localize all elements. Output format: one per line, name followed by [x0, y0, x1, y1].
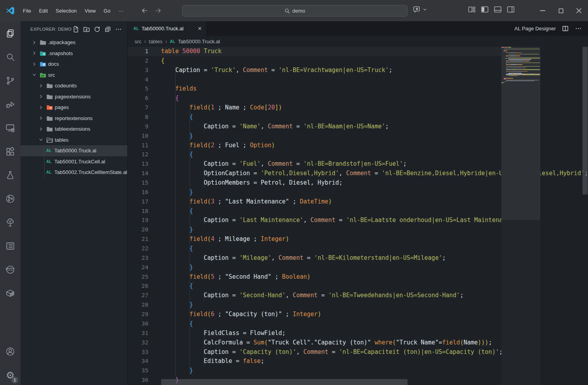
activity-remote-explorer-icon[interactable] [0, 118, 20, 138]
toggle-panel-icon[interactable] [493, 5, 502, 14]
code-text: { [161, 56, 165, 66]
tree-file-tab50001-truckcell-al[interactable]: ALTab50001.TruckCell.al [20, 156, 127, 167]
minimap-line [501, 66, 540, 67]
command-center-search[interactable]: demo [182, 5, 408, 17]
chevron-right-icon[interactable] [31, 62, 38, 67]
chevron-right-icon[interactable] [31, 51, 38, 56]
menu-file[interactable]: File [19, 5, 35, 17]
activity-al-ninja-icon[interactable] [0, 260, 20, 279]
toggle-primary-sidebar-icon[interactable] [480, 5, 489, 14]
refresh-icon[interactable] [94, 26, 100, 33]
chevron-down-icon[interactable] [31, 72, 38, 77]
tree-folder-docs[interactable]: docs [20, 59, 127, 70]
tab-close-icon[interactable]: ✕ [198, 26, 202, 31]
tree-folder-codeunits[interactable]: codeunits [20, 80, 127, 91]
line-number: 36 [128, 376, 149, 385]
code-text: } [161, 366, 193, 376]
activity-container-tools-icon[interactable] [0, 283, 20, 303]
code-text: } [161, 188, 193, 197]
line-number: 1 [128, 47, 149, 56]
explorer-sidebar: EXPLORER: DEMO .alpackages.snapshotsdocs… [20, 21, 128, 385]
activity-run-debug-icon[interactable] [0, 94, 20, 114]
forward-arrow-icon[interactable] [154, 7, 162, 15]
split-editor-icon[interactable] [562, 25, 569, 32]
activity-testing-icon[interactable] [0, 165, 20, 185]
minimap[interactable] [501, 47, 540, 385]
activity-settings-icon[interactable]: ⚙1 [0, 365, 20, 385]
tab-tab50000-truck[interactable]: AL Tab50000.Truck.al ✕ [128, 21, 206, 36]
code-text: CalcFormula = Sum("Truck Cell"."Capacity… [161, 338, 492, 348]
chevron-right-icon[interactable] [31, 40, 38, 45]
breadcrumb-src[interactable]: src [135, 39, 141, 44]
vertical-scrollbar[interactable] [582, 47, 588, 194]
folder-teal-icon [38, 50, 47, 57]
tree-folder-src[interactable]: src [20, 70, 127, 81]
horizontal-scrollbar[interactable] [161, 379, 408, 385]
activity-search-icon[interactable] [0, 47, 20, 67]
menu-more[interactable]: ··· [114, 5, 127, 17]
minimize-button[interactable] [534, 0, 552, 21]
code-text: Caption = 'Capacity (ton)', Comment = 'n… [161, 348, 503, 357]
menu-selection[interactable]: Selection [52, 5, 80, 17]
activity-extensions-icon[interactable] [0, 142, 20, 161]
chevron-right-icon[interactable] [37, 83, 45, 88]
tree-indent-guide [44, 145, 45, 178]
tree-item-label: .alpackages [48, 39, 75, 45]
activity-approvals-tree-icon[interactable] [0, 213, 20, 232]
line-number: 9 [128, 122, 149, 131]
activity-al-object-designer-icon[interactable] [0, 189, 20, 209]
line-number: 27 [128, 291, 149, 300]
new-file-icon[interactable] [73, 26, 79, 33]
new-folder-icon[interactable] [83, 26, 90, 33]
line-number: 16 [128, 188, 149, 197]
customize-layout-icon[interactable] [467, 5, 476, 14]
file-tree: .alpackages.snapshotsdocssrccodeunitspag… [20, 37, 127, 178]
activity-explorer-icon[interactable] [0, 24, 20, 43]
chevron-right-icon[interactable] [37, 127, 45, 131]
tree-file-tab50000-truck-al[interactable]: ALTab50000.Truck.al [20, 145, 127, 156]
maximize-button[interactable] [552, 0, 570, 21]
tree-folder-tables[interactable]: tables [20, 135, 127, 146]
indent-guide [204, 216, 204, 225]
code-text: Caption = 'Fuel', Comment = 'nl-BE=Brand… [161, 159, 407, 169]
tree-folder--alpackages[interactable]: .alpackages [20, 37, 127, 48]
menu-edit[interactable]: Edit [35, 5, 52, 17]
line-number: 32 [128, 338, 149, 348]
chevron-right-icon[interactable] [37, 105, 45, 110]
code-text: { [161, 207, 193, 216]
collapse-all-icon[interactable] [104, 26, 111, 33]
menu-view[interactable]: View [81, 5, 100, 17]
copilot-button[interactable] [412, 5, 427, 14]
code-text: { [161, 94, 179, 103]
folder-open-icon [45, 137, 54, 143]
breadcrumb-file[interactable]: Tab50000.Truck.al [178, 39, 220, 44]
chevron-down-icon[interactable] [37, 137, 45, 142]
folder-green-icon [38, 72, 47, 78]
activity-todo-list-icon[interactable] [0, 236, 20, 256]
toggle-secondary-sidebar-icon[interactable] [506, 5, 515, 14]
code-editor[interactable]: 1table 50000 Truck2{3 Caption = 'Truck',… [128, 47, 588, 385]
line-number: 33 [128, 348, 149, 357]
activity-account-icon[interactable] [0, 342, 20, 361]
al-page-designer-button[interactable]: AL Page Designer [514, 26, 556, 31]
back-arrow-icon[interactable] [141, 7, 149, 15]
close-button[interactable] [570, 0, 588, 21]
more-actions-icon[interactable] [115, 26, 122, 33]
code-text: { [161, 244, 193, 254]
tree-file-tab50002-truckcellitemstate-al[interactable]: ALTab50002.TruckCellItemState.al [20, 167, 127, 178]
tree-folder-pageextensions[interactable]: pageextensions [20, 91, 127, 102]
al-file-icon: AL [44, 170, 54, 174]
chevron-right-icon: › [144, 38, 146, 44]
breadcrumb-tables[interactable]: tables [149, 39, 163, 44]
line-number: 2 [128, 56, 149, 66]
tree-folder-pages[interactable]: pages [20, 102, 127, 113]
chevron-right-icon[interactable] [37, 116, 45, 120]
tree-folder--snapshots[interactable]: .snapshots [20, 48, 127, 59]
line-number: 28 [128, 300, 149, 310]
activity-source-control-icon[interactable] [0, 71, 20, 91]
tree-folder-reportextensions[interactable]: reportextensions [20, 113, 127, 124]
tree-folder-tableextensions[interactable]: tableextensions [20, 124, 127, 135]
chevron-right-icon[interactable] [37, 94, 45, 99]
menu-go[interactable]: Go [100, 5, 114, 17]
editor-more-actions-icon[interactable] [575, 25, 582, 32]
